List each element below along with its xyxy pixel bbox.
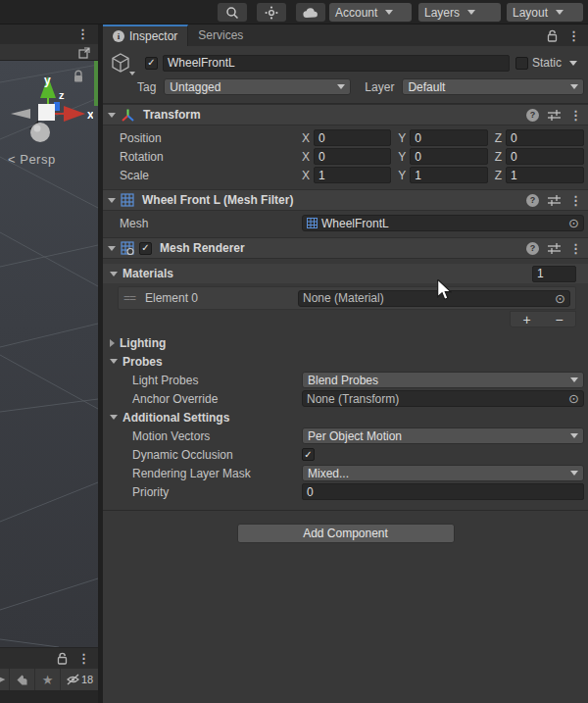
motion-vectors-dropdown[interactable]: Per Object Motion: [302, 427, 584, 444]
gameobject-name-field[interactable]: WheelFrontL: [163, 55, 510, 72]
scale-y-field[interactable]: 1: [410, 167, 487, 183]
priority-field[interactable]: 0: [302, 483, 584, 500]
cloud-button[interactable]: [296, 3, 325, 22]
presets-icon[interactable]: [548, 109, 561, 121]
gizmo-y-label: y: [44, 74, 51, 87]
hidden-count: 18: [81, 674, 93, 685]
x-axis-label: X: [302, 150, 310, 164]
kebab-menu-icon[interactable]: ⋮: [569, 194, 582, 207]
light-probes-dropdown[interactable]: Blend Probes: [302, 372, 584, 388]
help-icon[interactable]: ?: [526, 242, 539, 255]
active-checkbox[interactable]: ✓: [145, 57, 158, 70]
foldout-arrow-icon[interactable]: [108, 246, 116, 251]
scale-x-field[interactable]: 1: [314, 167, 391, 183]
object-picker-icon[interactable]: ⊙: [568, 217, 579, 229]
chevron-down-icon: [129, 72, 135, 75]
presets-icon[interactable]: [548, 242, 561, 254]
kebab-menu-icon[interactable]: ⋮: [76, 27, 89, 40]
scene-toolbar: [0, 44, 98, 61]
mesh-label: Mesh: [120, 217, 302, 230]
gameobject-icon-button[interactable]: [110, 52, 131, 74]
object-picker-icon[interactable]: ⊙: [568, 392, 579, 405]
layout-dropdown[interactable]: Layout: [507, 3, 583, 22]
position-y-field[interactable]: 0: [410, 129, 487, 146]
light-probes-row: Light Probes Blend Probes: [103, 371, 588, 389]
layout-dropdown-label: Layout: [513, 6, 548, 20]
tab-services[interactable]: Services: [188, 25, 253, 46]
perspective-toggle[interactable]: < Persp: [8, 152, 56, 167]
lighting-foldout[interactable]: Lighting: [103, 333, 588, 352]
rotation-z-field[interactable]: 0: [506, 148, 584, 165]
search-button[interactable]: [218, 3, 247, 22]
rendering-layer-mask-label: Rendering Layer Mask: [132, 467, 302, 480]
chevron-down-icon: [337, 84, 345, 89]
mesh-filter-header[interactable]: Wheel Front L (Mesh Filter) ? ⋮: [103, 189, 588, 211]
material-object-field[interactable]: None (Material) ⊙: [298, 290, 570, 307]
foldout-arrow-icon[interactable]: [108, 198, 116, 203]
cloud-icon: [303, 7, 318, 19]
help-icon[interactable]: ?: [526, 109, 539, 122]
unlock-icon[interactable]: [57, 652, 68, 665]
favorites-cell[interactable]: ★: [35, 669, 61, 690]
foldout-arrow-icon: [110, 339, 115, 347]
material-element-row[interactable]: == Element 0 None (Material) ⊙: [118, 286, 576, 310]
dynamic-occlusion-checkbox[interactable]: ✓: [302, 448, 315, 461]
mesh-renderer-header[interactable]: ✓ Mesh Renderer ? ⋮: [103, 237, 588, 259]
gizmo-cube: [38, 104, 55, 121]
z-axis-label: Z: [495, 150, 502, 164]
object-picker-icon[interactable]: ⊙: [555, 292, 565, 305]
partial-icon-cell[interactable]: [0, 669, 10, 690]
static-dropdown-arrow-icon[interactable]: [569, 61, 577, 66]
layers-dropdown[interactable]: Layers: [418, 3, 501, 22]
tag-value: Untagged: [170, 80, 220, 94]
drag-handle-icon[interactable]: ==: [123, 291, 145, 305]
popout-icon[interactable]: [78, 47, 90, 59]
anchor-override-row: Anchor Override None (Transform) ⊙: [103, 389, 588, 408]
add-component-button[interactable]: Add Component: [237, 524, 455, 543]
anchor-override-field[interactable]: None (Transform) ⊙: [302, 390, 584, 407]
remove-material-button[interactable]: −: [543, 312, 575, 326]
motion-vectors-row: Motion Vectors Per Object Motion: [103, 427, 588, 445]
tab-inspector[interactable]: i Inspector: [103, 25, 188, 46]
tag-filter-cell[interactable]: [10, 669, 35, 690]
help-icon[interactable]: ?: [526, 194, 539, 207]
materials-count-field[interactable]: 1: [532, 266, 576, 282]
rotation-row: Rotation X0 Y0 Z0: [103, 147, 588, 166]
kebab-menu-icon[interactable]: ⋮: [569, 242, 582, 255]
tab-inspector-label: Inspector: [129, 29, 177, 43]
position-label: Position: [120, 131, 302, 145]
additional-settings-foldout[interactable]: Additional Settings: [103, 408, 588, 427]
presets-icon[interactable]: [548, 194, 561, 206]
layer-dropdown[interactable]: Default: [402, 78, 584, 95]
kebab-menu-icon[interactable]: ⋮: [77, 652, 90, 665]
materials-foldout[interactable]: Materials 1: [103, 264, 588, 283]
transform-title: Transform: [143, 108, 201, 122]
scene-orientation-gizmo[interactable]: y z x: [3, 69, 93, 159]
chevron-down-icon: [570, 84, 578, 89]
scale-z-field[interactable]: 1: [506, 167, 584, 183]
renderer-enabled-checkbox[interactable]: ✓: [139, 242, 152, 255]
scene-viewport[interactable]: y z x < Persp: [0, 61, 98, 647]
motion-vectors-label: Motion Vectors: [132, 429, 302, 443]
kebab-menu-icon[interactable]: ⋮: [569, 109, 582, 122]
transform-header[interactable]: Transform ? ⋮: [103, 104, 588, 126]
position-z-field[interactable]: 0: [506, 129, 584, 146]
scene-visibility-cell[interactable]: 18: [61, 669, 98, 690]
position-x-field[interactable]: 0: [314, 129, 391, 146]
mesh-value: WheelFrontL: [321, 217, 389, 230]
progress-indicator-button[interactable]: [257, 3, 286, 22]
chevron-down-icon: [570, 377, 578, 382]
rotation-x-field[interactable]: 0: [314, 148, 391, 165]
rendering-layer-mask-dropdown[interactable]: Mixed...: [302, 465, 584, 481]
kebab-menu-icon[interactable]: ⋮: [567, 29, 580, 42]
tag-dropdown[interactable]: Untagged: [164, 78, 351, 95]
account-dropdown[interactable]: Account: [329, 3, 412, 22]
add-material-button[interactable]: +: [511, 312, 543, 326]
static-checkbox[interactable]: ✓: [515, 57, 528, 70]
foldout-arrow-icon: [110, 272, 118, 276]
probes-foldout[interactable]: Probes: [103, 352, 588, 371]
rotation-y-field[interactable]: 0: [410, 148, 487, 165]
mesh-object-field[interactable]: WheelFrontL ⊙: [302, 215, 584, 231]
unlock-icon[interactable]: [547, 29, 558, 42]
foldout-arrow-icon[interactable]: [108, 113, 116, 118]
